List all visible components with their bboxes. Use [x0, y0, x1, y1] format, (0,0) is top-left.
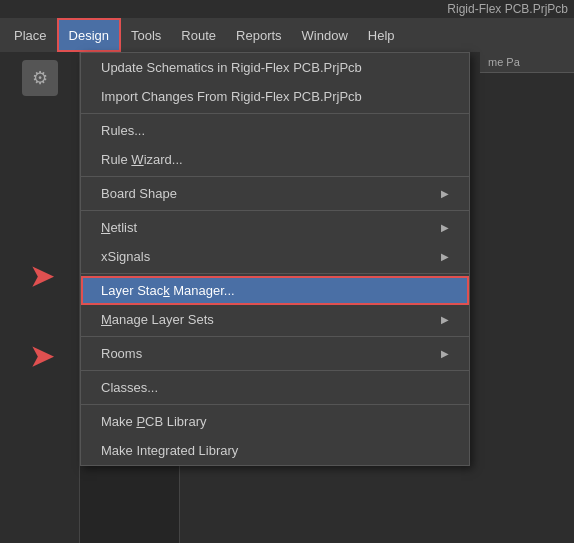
sidebar: ⚙ [0, 52, 80, 543]
menu-classes[interactable]: Classes... [81, 373, 469, 402]
arrow-indicator-1: ➤ [30, 260, 53, 293]
divider [81, 404, 469, 405]
menu-rules[interactable]: Rules... [81, 116, 469, 145]
divider [81, 336, 469, 337]
menu-rule-wizard[interactable]: Rule Wizard... [81, 145, 469, 174]
menu-xsignals[interactable]: xSignals ▶ [81, 242, 469, 271]
submenu-arrow-icon: ▶ [441, 188, 449, 199]
menu-netlist[interactable]: Netlist ▶ [81, 213, 469, 242]
menu-make-pcb-library[interactable]: Make PCB Library [81, 407, 469, 436]
gear-icon[interactable]: ⚙ [22, 60, 58, 96]
menu-place[interactable]: Place [4, 18, 57, 52]
menu-update-schematics[interactable]: Update Schematics in Rigid-Flex PCB.PrjP… [81, 53, 469, 82]
submenu-arrow-icon: ▶ [441, 251, 449, 262]
divider [81, 113, 469, 114]
menu-help[interactable]: Help [358, 18, 405, 52]
divider [81, 176, 469, 177]
main-content: me Pa [480, 52, 574, 543]
menu-tools[interactable]: Tools [121, 18, 171, 52]
menu-route[interactable]: Route [171, 18, 226, 52]
menu-board-shape[interactable]: Board Shape ▶ [81, 179, 469, 208]
divider [81, 210, 469, 211]
title-bar: Rigid-Flex PCB.PrjPcb [180, 0, 574, 18]
menu-layer-stack-manager[interactable]: Layer Stack Manager... [81, 276, 469, 305]
main-tab: me Pa [480, 52, 574, 73]
menu-bar: Place Design Tools Route Reports Window … [0, 18, 574, 52]
menu-design[interactable]: Design [57, 18, 121, 52]
title-text: Rigid-Flex PCB.PrjPcb [447, 2, 568, 16]
menu-import-changes[interactable]: Import Changes From Rigid-Flex PCB.PrjPc… [81, 82, 469, 111]
divider [81, 273, 469, 274]
design-dropdown-menu: Update Schematics in Rigid-Flex PCB.PrjP… [80, 52, 470, 466]
divider [81, 370, 469, 371]
submenu-arrow-icon: ▶ [441, 348, 449, 359]
submenu-arrow-icon: ▶ [441, 314, 449, 325]
menu-manage-layer-sets[interactable]: Manage Layer Sets ▶ [81, 305, 469, 334]
menu-rooms[interactable]: Rooms ▶ [81, 339, 469, 368]
menu-reports[interactable]: Reports [226, 18, 292, 52]
submenu-arrow-icon: ▶ [441, 222, 449, 233]
menu-window[interactable]: Window [292, 18, 358, 52]
menu-make-integrated-library[interactable]: Make Integrated Library [81, 436, 469, 465]
arrow-indicator-2: ➤ [30, 340, 53, 373]
